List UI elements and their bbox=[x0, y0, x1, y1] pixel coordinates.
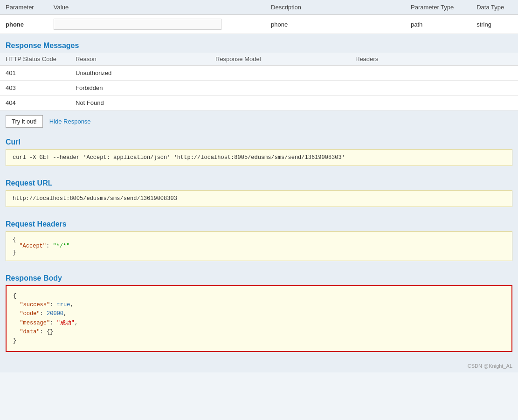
param-value-input[interactable] bbox=[54, 19, 221, 30]
curl-content: curl -X GET --header 'Accept: applicatio… bbox=[6, 149, 512, 166]
param-name: phone bbox=[6, 21, 24, 28]
request-url-title: Request URL bbox=[0, 173, 518, 190]
param-value-cell[interactable] bbox=[48, 15, 265, 34]
col-value: Value bbox=[48, 0, 265, 15]
col-description: Description bbox=[265, 0, 405, 15]
request-headers-section: Request Headers { "Accept": "*/*" } bbox=[0, 214, 518, 269]
table-row: phone phone path string bbox=[0, 15, 518, 34]
page-container: Parameter Value Description Parameter Ty… bbox=[0, 0, 518, 420]
hide-response-link[interactable]: Hide Response bbox=[49, 118, 91, 125]
response-table-header: HTTP Status Code Reason Response Model H… bbox=[0, 53, 518, 66]
request-headers-content: { "Accept": "*/*" } bbox=[6, 231, 512, 261]
reason-404: Not Found bbox=[70, 96, 210, 110]
params-table: Parameter Value Description Parameter Ty… bbox=[0, 0, 518, 34]
success-value: true bbox=[57, 302, 70, 308]
headers-401 bbox=[350, 66, 518, 81]
data-key: "data" bbox=[20, 329, 40, 335]
reason-403: Forbidden bbox=[70, 81, 210, 96]
actions-area: Try it out! Hide Response bbox=[0, 110, 518, 132]
response-messages-title: Response Messages bbox=[0, 36, 518, 53]
col-param-type: Parameter Type bbox=[405, 0, 471, 15]
request-url-content: http://localhost:8005/edusms/sms/send/13… bbox=[6, 190, 512, 207]
request-url-section: Request URL http://localhost:8005/edusms… bbox=[0, 173, 518, 214]
status-code-401: 401 bbox=[0, 66, 70, 81]
code-key: "code" bbox=[20, 310, 40, 317]
status-code-403: 403 bbox=[0, 81, 70, 96]
param-data-type-cell: string bbox=[471, 15, 518, 34]
param-description-cell: phone bbox=[265, 15, 405, 34]
resp-col-reason: Reason bbox=[70, 53, 210, 66]
footer-text: CSDN @Knight_AL bbox=[468, 363, 512, 369]
table-row: 403 Forbidden bbox=[0, 81, 518, 96]
accept-value: "*/*" bbox=[53, 243, 69, 249]
response-body-title: Response Body bbox=[0, 269, 518, 285]
resp-col-headers: Headers bbox=[350, 53, 518, 66]
table-row: 404 Not Found bbox=[0, 96, 518, 110]
brace-open: { bbox=[13, 236, 16, 243]
headers-404 bbox=[350, 96, 518, 110]
curl-section: Curl curl -X GET --header 'Accept: appli… bbox=[0, 132, 518, 173]
curl-title: Curl bbox=[0, 132, 518, 149]
resp-col-model: Response Model bbox=[210, 53, 350, 66]
code-value: 20000 bbox=[47, 310, 63, 317]
footer: CSDN @Knight_AL bbox=[0, 359, 518, 372]
try-it-out-button[interactable]: Try it out! bbox=[6, 115, 43, 128]
message-value: "成功" bbox=[57, 320, 75, 326]
headers-403 bbox=[350, 81, 518, 96]
param-name-cell: phone bbox=[0, 15, 48, 34]
col-data-type: Data Type bbox=[471, 0, 518, 15]
success-key: "success" bbox=[20, 302, 50, 308]
reason-401: Unauthorized bbox=[70, 66, 210, 81]
col-parameter: Parameter bbox=[0, 0, 48, 15]
response-messages-section: Response Messages HTTP Status Code Reaso… bbox=[0, 36, 518, 110]
accept-key: "Accept" bbox=[19, 243, 46, 249]
response-body-section: Response Body { "success": true, "code":… bbox=[0, 269, 518, 359]
response-body-content: { "success": true, "code": 20000, "messa… bbox=[6, 285, 512, 352]
model-403 bbox=[210, 81, 350, 96]
brace-close: } bbox=[13, 249, 16, 256]
table-row: 401 Unauthorized bbox=[0, 66, 518, 81]
request-headers-title: Request Headers bbox=[0, 214, 518, 231]
resp-col-status: HTTP Status Code bbox=[0, 53, 70, 66]
status-code-404: 404 bbox=[0, 96, 70, 110]
model-404 bbox=[210, 96, 350, 110]
response-messages-table: HTTP Status Code Reason Response Model H… bbox=[0, 53, 518, 110]
model-401 bbox=[210, 66, 350, 81]
param-type-cell: path bbox=[405, 15, 471, 34]
message-key: "message" bbox=[20, 320, 50, 326]
